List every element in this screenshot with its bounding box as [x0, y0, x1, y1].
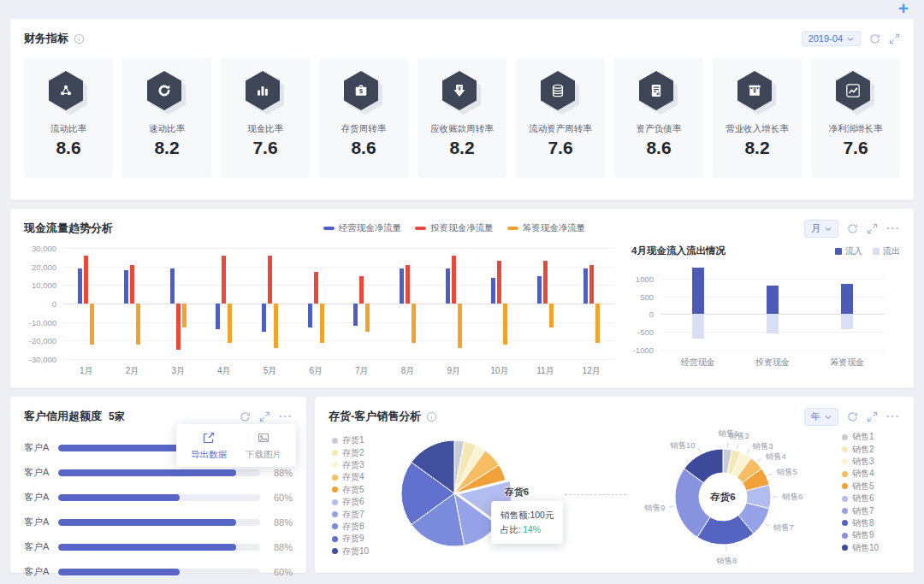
legend-item[interactable]: 存货3: [332, 459, 369, 471]
legend-item[interactable]: 销售5: [842, 481, 879, 493]
metric-card[interactable]: ¥应收账款周转率8.2: [418, 58, 506, 178]
metric-card[interactable]: 净利润增长率7.6: [811, 58, 900, 178]
bar[interactable]: [130, 265, 134, 304]
legend-label: 经营现金净流量: [339, 222, 402, 234]
bar[interactable]: [692, 314, 704, 339]
bar[interactable]: [537, 276, 542, 304]
refresh-icon[interactable]: [240, 411, 251, 422]
legend-item[interactable]: 销售6: [842, 493, 879, 504]
period-select[interactable]: 年: [804, 408, 838, 426]
metric-card[interactable]: 流动比率8.6: [24, 58, 113, 178]
credit-bar-fill[interactable]: [58, 494, 180, 501]
legend-item[interactable]: 存货2: [332, 446, 369, 458]
bar[interactable]: [841, 284, 853, 314]
bar[interactable]: [503, 304, 507, 345]
bar[interactable]: [228, 304, 232, 343]
bar[interactable]: [497, 261, 501, 304]
legend-item[interactable]: 销售3: [842, 456, 879, 468]
metric-card[interactable]: 现金比率7.6: [221, 58, 310, 178]
legend-item[interactable]: 存货7: [332, 508, 369, 520]
bar[interactable]: [78, 268, 82, 304]
credit-bar-fill[interactable]: [58, 519, 236, 526]
legend-item[interactable]: 销售10: [842, 542, 879, 554]
legend-item[interactable]: 筹资现金净流量: [507, 222, 586, 234]
bar[interactable]: [274, 304, 278, 348]
legend-item[interactable]: 存货4: [332, 471, 369, 483]
bar[interactable]: [365, 304, 370, 332]
bar[interactable]: [406, 265, 410, 304]
metric-card[interactable]: 资产负债率8.6: [614, 58, 703, 178]
legend-item[interactable]: 销售8: [842, 517, 879, 529]
bar[interactable]: [90, 304, 94, 345]
bar[interactable]: [595, 304, 600, 343]
legend-item[interactable]: 存货5: [332, 484, 369, 496]
legend-item[interactable]: 投资现金净流量: [415, 222, 494, 234]
bar[interactable]: [268, 256, 272, 304]
legend-item[interactable]: 流入: [835, 245, 862, 257]
metric-card[interactable]: $存货周转率8.6: [319, 58, 408, 178]
bar[interactable]: [176, 304, 181, 350]
bar[interactable]: [767, 314, 779, 333]
expand-icon[interactable]: [259, 411, 270, 422]
legend-item[interactable]: 存货8: [332, 521, 369, 533]
legend-item[interactable]: 经营现金净流量: [323, 222, 402, 234]
bar[interactable]: [543, 261, 548, 304]
legend-item[interactable]: 销售7: [842, 504, 879, 516]
bar[interactable]: [222, 256, 226, 304]
bar[interactable]: [589, 265, 594, 304]
metric-card[interactable]: 流动资产周转率7.6: [516, 58, 605, 178]
legend-item[interactable]: 存货6: [332, 496, 369, 508]
credit-bar-fill[interactable]: [58, 469, 236, 476]
refresh-icon[interactable]: [847, 411, 858, 422]
legend-item[interactable]: 存货1: [332, 434, 369, 446]
bar[interactable]: [400, 268, 404, 304]
bar[interactable]: [583, 268, 588, 304]
bar[interactable]: [170, 268, 175, 304]
bar[interactable]: [767, 286, 779, 314]
date-select[interactable]: 2019-04: [802, 31, 861, 46]
credit-bar-fill[interactable]: [58, 544, 236, 551]
more-icon[interactable]: ···: [279, 412, 293, 421]
more-icon[interactable]: ···: [886, 224, 900, 233]
bar[interactable]: [359, 276, 364, 304]
expand-icon[interactable]: [889, 33, 900, 44]
legend-item[interactable]: 销售1: [842, 431, 879, 443]
expand-icon[interactable]: [867, 223, 878, 234]
add-panel-button[interactable]: +: [898, 0, 909, 19]
bar[interactable]: [136, 304, 140, 345]
bar[interactable]: [452, 256, 456, 304]
legend-item[interactable]: 存货9: [332, 533, 369, 545]
bar[interactable]: [216, 304, 220, 329]
legend-item[interactable]: 销售4: [842, 468, 879, 480]
bar[interactable]: [353, 304, 358, 326]
bar[interactable]: [262, 304, 266, 332]
metric-card[interactable]: ¥营业收入增长率8.2: [713, 58, 802, 178]
legend-item[interactable]: 存货10: [332, 546, 369, 557]
legend-item[interactable]: 销售2: [842, 443, 879, 455]
refresh-icon[interactable]: [869, 33, 880, 44]
credit-bar-fill[interactable]: [58, 569, 180, 575]
legend-item[interactable]: 销售9: [842, 529, 879, 541]
bar[interactable]: [491, 278, 495, 304]
svg-text:$: $: [359, 87, 363, 95]
bar[interactable]: [84, 256, 88, 304]
menu-item-export[interactable]: 导出数据: [185, 432, 233, 461]
legend-item[interactable]: 流出: [873, 245, 900, 257]
bar[interactable]: [314, 272, 318, 304]
bar[interactable]: [841, 314, 853, 329]
period-select[interactable]: 月: [804, 220, 838, 238]
bar[interactable]: [320, 304, 324, 343]
menu-item-image-download[interactable]: 下载图片: [240, 432, 287, 461]
expand-icon[interactable]: [867, 411, 878, 422]
bar[interactable]: [182, 304, 187, 327]
bar[interactable]: [549, 304, 554, 327]
bar[interactable]: [458, 304, 462, 348]
metric-card[interactable]: 速动比率8.2: [122, 58, 211, 178]
bar[interactable]: [446, 268, 450, 304]
bar[interactable]: [124, 270, 128, 304]
refresh-icon[interactable]: [847, 223, 858, 234]
more-icon[interactable]: ···: [886, 412, 900, 421]
bar[interactable]: [308, 304, 312, 327]
bar[interactable]: [692, 268, 704, 314]
bar[interactable]: [412, 304, 416, 343]
